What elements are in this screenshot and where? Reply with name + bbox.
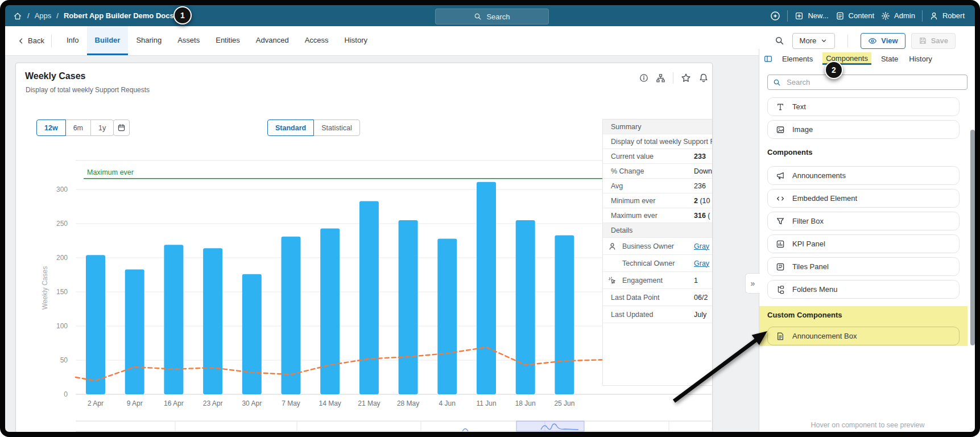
range-6m[interactable]: 6m (65, 119, 91, 136)
tab-sharing[interactable]: Sharing (128, 26, 169, 55)
summary-row: Display of total weekly Support Re (603, 134, 712, 149)
range-1y[interactable]: 1y (90, 119, 114, 136)
bar[interactable] (242, 274, 262, 394)
bar[interactable] (399, 220, 418, 394)
summary-row-current-value: Current value233 (603, 149, 712, 164)
back-label: Back (28, 36, 44, 45)
mode-standard[interactable]: Standard (267, 119, 314, 136)
sidebar-item-folders-menu[interactable]: Folders Menu (767, 280, 960, 299)
summary-value: 233 (694, 152, 706, 160)
sidebar-item-filter-box[interactable]: Filter Box (767, 212, 960, 230)
info-icon[interactable] (639, 73, 648, 83)
assistant-icon[interactable] (770, 11, 780, 21)
person-icon (608, 242, 617, 250)
bar[interactable] (86, 255, 105, 394)
kpi-icon (776, 240, 785, 249)
tab-history[interactable]: History (337, 26, 375, 55)
tab-assets[interactable]: Assets (169, 26, 208, 55)
summary-row-avg: Avg236 (603, 179, 712, 193)
summary-value: 316 ( (694, 212, 710, 220)
sidebar-item-kpi-panel[interactable]: KPI Panel (767, 234, 960, 253)
bar[interactable] (203, 248, 222, 394)
card-subtitle: Display of total weekly Support Requests (26, 86, 150, 94)
y-tick-label: 250 (56, 220, 68, 228)
sidebar-item-text[interactable]: Text (767, 97, 960, 116)
sidebar-item-label: Tiles Panel (792, 262, 829, 271)
toolbar-search-icon[interactable] (775, 36, 784, 46)
calendar-icon (117, 123, 126, 132)
bar[interactable] (320, 228, 340, 394)
summary-label: Avg (611, 182, 623, 190)
bar[interactable] (164, 245, 183, 394)
sidebar-tab-history[interactable]: History (908, 53, 933, 65)
hover-hint: Hover on component to see preview (759, 421, 976, 429)
sidebar-item-label: Text (792, 102, 806, 111)
bar[interactable] (516, 220, 535, 394)
range-12w[interactable]: 12w (36, 119, 66, 136)
summary-row: Details (603, 223, 712, 238)
bell-icon[interactable] (698, 73, 709, 83)
tab-advanced[interactable]: Advanced (248, 26, 297, 55)
bar[interactable] (282, 237, 301, 394)
save-button[interactable]: Save (911, 33, 956, 49)
component-search-input[interactable] (785, 77, 962, 87)
details-label: Engagement (622, 277, 663, 285)
tab-info[interactable]: Info (59, 26, 87, 55)
tab-builder[interactable]: Builder (87, 26, 129, 55)
nav-action-new[interactable]: New... (795, 11, 828, 20)
sidebar-item-tiles-panel[interactable]: Tiles Panel (767, 257, 960, 276)
back-button[interactable]: Back (17, 36, 44, 45)
details-value[interactable]: Gray (694, 259, 709, 267)
mode-selector: StandardStatistical (267, 119, 360, 136)
breadcrumb-separator: / (56, 11, 59, 20)
bar[interactable] (477, 182, 496, 394)
sidebar-scrollbar[interactable] (970, 130, 975, 345)
nav-action-content[interactable]: Content (836, 11, 875, 20)
x-tick-label: 28 May (397, 399, 419, 407)
global-search[interactable]: Search (435, 9, 549, 24)
view-button[interactable]: View (861, 33, 905, 49)
sidebar-tab-state[interactable]: State (880, 53, 899, 65)
tab-access[interactable]: Access (297, 26, 337, 55)
more-label: More (800, 36, 817, 45)
custom-components-heading: Custom Components (767, 311, 842, 319)
summary-row: Summary (603, 119, 712, 134)
collapse-sidebar-button[interactable]: » (745, 273, 760, 294)
x-tick-label: 16 Apr (164, 399, 184, 407)
breadcrumb-separator: / (27, 11, 30, 20)
panel-layout-icon[interactable] (764, 55, 772, 63)
details-value[interactable]: Gray (694, 242, 709, 250)
summary-value: 236 (694, 182, 706, 190)
summary-panel: SummaryDisplay of total weekly Support R… (602, 119, 712, 386)
more-button[interactable]: More (792, 33, 836, 49)
card-title: Weekly Cases (25, 71, 85, 81)
sitemap-icon[interactable] (656, 73, 665, 83)
sidebar-item-label: Embedded Element (792, 194, 857, 203)
summary-row-technical-owner: Technical OwnerGray (603, 255, 712, 272)
nav-action-robert[interactable]: Robert (929, 11, 965, 20)
star-icon[interactable] (681, 73, 691, 83)
sidebar-item-announcement-box[interactable]: Announcement Box (767, 327, 960, 345)
calendar-button[interactable] (113, 119, 130, 136)
sidebar-item-image[interactable]: Image (767, 120, 960, 139)
tab-entities[interactable]: Entities (208, 26, 248, 55)
nav-action-admin[interactable]: Admin (881, 11, 915, 20)
text-icon (776, 102, 785, 112)
bar[interactable] (125, 269, 144, 394)
sidebar-item-embedded-element[interactable]: Embedded Element (767, 189, 960, 208)
component-search[interactable] (767, 75, 967, 90)
sidebar-item-label: KPI Panel (792, 240, 825, 248)
bar[interactable] (555, 235, 574, 394)
bar[interactable] (359, 201, 379, 394)
x-tick-label: 2 Apr (88, 399, 104, 407)
gear-icon (881, 11, 890, 20)
megaphone-icon (776, 171, 785, 180)
details-label: Last Updated (611, 311, 653, 319)
mode-statistical[interactable]: Statistical (313, 119, 360, 136)
sidebar-item-announcements[interactable]: Announcements (767, 166, 960, 185)
sidebar-item-label: Announcements (792, 171, 846, 180)
bar[interactable] (437, 238, 457, 394)
sidebar-tab-elements[interactable]: Elements (781, 53, 814, 65)
home-icon[interactable] (13, 11, 22, 20)
breadcrumb-apps[interactable]: Apps (35, 11, 52, 20)
